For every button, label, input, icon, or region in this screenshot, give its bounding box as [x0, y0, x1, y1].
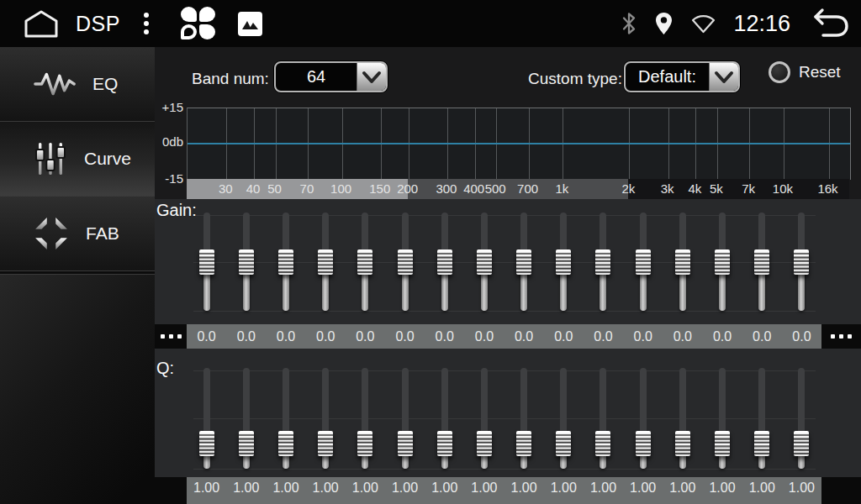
q-slider-2[interactable] — [226, 366, 266, 475]
q-slider-thumb-8[interactable] — [477, 431, 492, 456]
gain-slider-thumb-1[interactable] — [199, 249, 214, 275]
q-slider-15[interactable] — [742, 366, 782, 475]
gain-slider-thumb-7[interactable] — [437, 249, 452, 275]
gain-slider-thumb-9[interactable] — [516, 249, 531, 275]
gain-slider-4[interactable] — [306, 207, 346, 321]
sidebar-item-eq[interactable]: EQ — [0, 47, 155, 122]
gain-slider-thumb-16[interactable] — [794, 249, 809, 275]
gain-slider-thumb-10[interactable] — [556, 249, 571, 275]
q-slider-11[interactable] — [584, 366, 623, 475]
gain-slider-thumb-2[interactable] — [239, 249, 254, 275]
clock: 12:16 — [733, 11, 790, 37]
q-value: 1.00 — [504, 477, 544, 504]
gain-slider-14[interactable] — [702, 207, 742, 321]
gain-slider-1[interactable] — [187, 207, 226, 321]
q-slider-thumb-10[interactable] — [556, 431, 571, 456]
gain-slider-5[interactable] — [346, 207, 385, 321]
q-value: 1.00 — [464, 477, 504, 504]
gain-slider-thumb-3[interactable] — [278, 249, 293, 275]
q-row-left-spacer — [155, 477, 187, 504]
q-values-row: 1.001.001.001.001.001.001.001.001.001.00… — [155, 477, 861, 504]
q-slider-1[interactable] — [187, 366, 226, 475]
q-slider-thumb-13[interactable] — [675, 431, 690, 456]
q-slider-7[interactable] — [425, 366, 464, 475]
q-slider-5[interactable] — [346, 366, 385, 475]
gain-value: 0.0 — [742, 324, 782, 349]
gain-slider-thumb-4[interactable] — [318, 249, 333, 275]
q-slider-4[interactable] — [306, 366, 346, 475]
gain-slider-11[interactable] — [584, 207, 623, 321]
q-slider-thumb-9[interactable] — [516, 431, 531, 456]
reset-button[interactable]: Reset — [769, 61, 841, 83]
gain-slider-thumb-5[interactable] — [357, 249, 372, 275]
q-slider-12[interactable] — [623, 366, 663, 475]
sidebar-item-label: Curve — [84, 149, 131, 169]
gain-slider-thumb-15[interactable] — [754, 249, 769, 275]
gain-value: 0.0 — [226, 324, 266, 349]
band-num-value: 64 — [276, 63, 357, 91]
chevron-down-icon[interactable] — [709, 63, 738, 91]
sidebar-item-curve[interactable]: Curve — [0, 122, 155, 197]
q-label: Q: — [156, 359, 174, 378]
band-num-dropdown[interactable]: 64 — [274, 61, 388, 92]
gain-slider-6[interactable] — [385, 207, 425, 321]
back-icon[interactable] — [807, 7, 851, 40]
q-slider-8[interactable] — [464, 366, 504, 475]
zero-db-line — [188, 143, 850, 144]
q-value: 1.00 — [544, 477, 584, 504]
q-slider-10[interactable] — [544, 366, 584, 475]
q-value: 1.00 — [306, 477, 346, 504]
q-slider-thumb-12[interactable] — [636, 431, 651, 456]
q-slider-thumb-4[interactable] — [318, 431, 333, 456]
gain-more-left-button[interactable] — [155, 324, 187, 349]
gain-slider-thumb-12[interactable] — [636, 249, 651, 275]
kebab-menu-icon[interactable] — [140, 9, 152, 38]
gain-more-right-button[interactable] — [821, 324, 861, 349]
gain-values-row: 0.00.00.00.00.00.00.00.00.00.00.00.00.00… — [155, 324, 861, 349]
q-slider-6[interactable] — [385, 366, 425, 475]
q-row-right-spacer — [821, 477, 861, 504]
q-slider-13[interactable] — [663, 366, 702, 475]
sidebar-empty-panel — [0, 274, 155, 504]
custom-type-dropdown[interactable]: Default: — [624, 61, 740, 92]
home-icon[interactable] — [22, 8, 61, 39]
eq-curve-plot — [187, 108, 851, 180]
gain-slider-thumb-8[interactable] — [477, 249, 492, 275]
gain-slider-thumb-11[interactable] — [595, 249, 610, 275]
q-slider-16[interactable] — [782, 366, 821, 475]
q-slider-3[interactable] — [266, 366, 305, 475]
chevron-down-icon[interactable] — [357, 63, 386, 91]
gain-slider-2[interactable] — [226, 207, 266, 321]
freq-tick-label: 700 — [517, 179, 538, 199]
gain-slider-13[interactable] — [663, 207, 702, 321]
gain-slider-thumb-6[interactable] — [398, 249, 413, 275]
q-slider-thumb-1[interactable] — [199, 431, 214, 456]
q-slider-thumb-7[interactable] — [437, 431, 452, 456]
q-slider-14[interactable] — [702, 366, 742, 475]
gain-slider-12[interactable] — [623, 207, 663, 321]
q-slider-9[interactable] — [504, 366, 544, 475]
gain-slider-7[interactable] — [425, 207, 464, 321]
q-slider-thumb-14[interactable] — [715, 431, 730, 456]
q-slider-thumb-15[interactable] — [754, 431, 769, 456]
q-values-strip: 1.001.001.001.001.001.001.001.001.001.00… — [187, 477, 821, 504]
gain-slider-9[interactable] — [504, 207, 544, 321]
gallery-icon[interactable] — [238, 12, 262, 36]
gain-slider-thumb-13[interactable] — [675, 249, 690, 275]
q-slider-thumb-3[interactable] — [278, 431, 293, 456]
clover-apps-icon[interactable] — [181, 7, 216, 40]
q-slider-thumb-16[interactable] — [794, 431, 809, 456]
gain-slider-10[interactable] — [544, 207, 584, 321]
q-slider-thumb-5[interactable] — [357, 431, 372, 456]
q-slider-thumb-11[interactable] — [595, 431, 610, 456]
q-slider-thumb-2[interactable] — [239, 431, 254, 456]
gain-slider-16[interactable] — [782, 207, 821, 321]
gain-slider-15[interactable] — [742, 207, 782, 321]
custom-type-value: Default: — [626, 63, 709, 91]
q-slider-thumb-6[interactable] — [398, 431, 413, 456]
gain-slider-8[interactable] — [464, 207, 504, 321]
gain-slider-3[interactable] — [266, 207, 305, 321]
gain-slider-thumb-14[interactable] — [715, 249, 730, 275]
dsp-screen: DSP 12:16 — [0, 0, 861, 504]
sidebar-item-fab[interactable]: FAB — [0, 197, 155, 271]
